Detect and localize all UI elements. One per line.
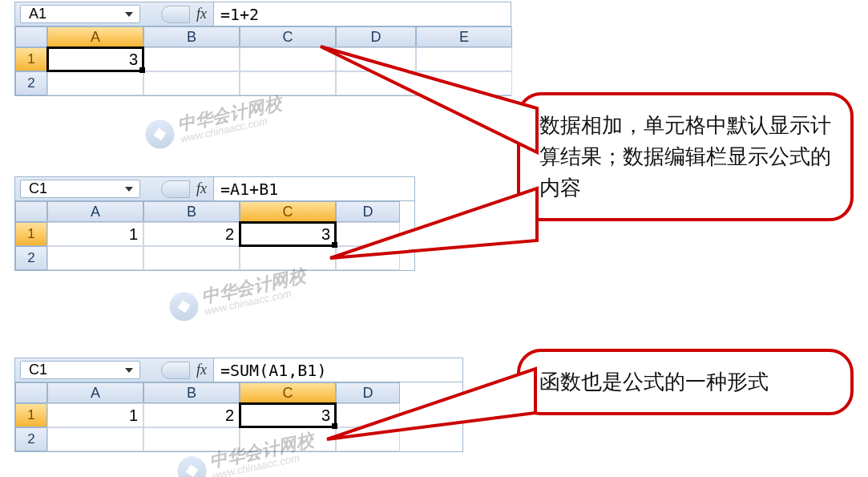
col-header-C[interactable]: C [240, 201, 336, 222]
cell-A1[interactable]: 1 [47, 222, 143, 246]
cell-E1[interactable] [416, 47, 512, 71]
cell-C2[interactable] [240, 71, 336, 95]
col-header-C[interactable]: C [240, 382, 336, 403]
col-header-D[interactable]: D [336, 201, 400, 222]
fx-area: fx [161, 358, 213, 382]
callout-text: 数据相加，单元格中默认显示计算结果；数据编辑栏显示公式的内容 [539, 113, 831, 200]
col-header-B[interactable]: B [143, 382, 240, 403]
watermark-en: www.chinaacc.com [212, 448, 317, 477]
spreadsheet-grid[interactable]: A B C D 1 1 2 3 2 [15, 201, 414, 270]
row-header-1[interactable]: 1 [15, 403, 47, 427]
col-header-A[interactable]: A [47, 382, 143, 403]
col-header-E[interactable]: E [416, 26, 512, 47]
formula-text: =SUM(A1,B1) [220, 361, 326, 380]
cell-A1[interactable]: 3 [47, 47, 143, 71]
col-header-C[interactable]: C [240, 26, 336, 47]
formula-bar: C1 fx =SUM(A1,B1) [15, 358, 462, 382]
excel-block-2: C1 fx =A1+B1 A B C D 1 1 2 3 2 [14, 176, 415, 271]
formula-input[interactable]: =SUM(A1,B1) [213, 358, 462, 382]
select-all-corner[interactable] [15, 382, 47, 403]
name-box-value: C1 [29, 362, 47, 378]
name-box[interactable]: C1 [20, 180, 140, 198]
cell-C1[interactable] [240, 47, 336, 71]
cell-D2[interactable] [336, 427, 400, 451]
watermark-logo-icon [175, 454, 209, 477]
watermark-en: www.chinaacc.com [204, 284, 309, 316]
cell-B1[interactable]: 2 [143, 403, 240, 427]
watermark: 中华会计网校www.chinaacc.com [167, 266, 309, 323]
cell-E2[interactable] [416, 71, 512, 95]
col-header-D[interactable]: D [336, 26, 416, 47]
cell-A2[interactable] [47, 71, 143, 95]
select-all-corner[interactable] [15, 26, 47, 47]
formula-input[interactable]: =1+2 [213, 2, 511, 26]
cell-C1[interactable]: 3 [240, 222, 336, 246]
name-box[interactable]: C1 [20, 361, 140, 379]
cell-A1[interactable]: 1 [47, 403, 143, 427]
select-all-corner[interactable] [15, 201, 47, 222]
col-header-A[interactable]: A [47, 201, 143, 222]
formula-text: =1+2 [220, 5, 259, 24]
cell-C2[interactable] [240, 246, 336, 270]
fx-bubble-icon [161, 362, 190, 379]
cell-D1[interactable] [336, 403, 400, 427]
cell-B1[interactable]: 2 [143, 222, 240, 246]
cell-A2[interactable] [47, 246, 143, 270]
cell-D1[interactable] [336, 47, 416, 71]
formula-bar: C1 fx =A1+B1 [15, 177, 414, 201]
cell-D1[interactable] [336, 222, 400, 246]
excel-block-3: C1 fx =SUM(A1,B1) A B C D 1 1 2 3 2 [14, 358, 463, 452]
watermark-cn: 中华会计网校 [200, 267, 307, 306]
col-header-B[interactable]: B [143, 26, 240, 47]
spreadsheet-grid[interactable]: A B C D E 1 3 2 [15, 26, 511, 95]
row-header-1[interactable]: 1 [15, 47, 47, 71]
formula-bar: A1 fx =1+2 [15, 2, 511, 26]
watermark-cn: 中华会计网校 [176, 95, 283, 134]
excel-block-1: A1 fx =1+2 A B C D E 1 3 2 [14, 2, 511, 96]
row-header-2[interactable]: 2 [15, 71, 47, 95]
fx-area: fx [161, 177, 213, 200]
row-header-2[interactable]: 2 [15, 246, 47, 270]
cell-A2[interactable] [47, 427, 143, 451]
cell-B2[interactable] [143, 427, 240, 451]
formula-input[interactable]: =A1+B1 [213, 177, 414, 200]
cell-D2[interactable] [336, 246, 400, 270]
watermark-logo-icon [167, 289, 201, 324]
spreadsheet-grid[interactable]: A B C D 1 1 2 3 2 [15, 382, 462, 451]
cell-D2[interactable] [336, 71, 416, 95]
cell-B2[interactable] [143, 246, 240, 270]
cell-C2[interactable] [240, 427, 336, 451]
callout-2: 函数也是公式的一种形式 [517, 349, 854, 415]
name-box-value: C1 [29, 180, 47, 197]
col-header-A[interactable]: A [47, 26, 143, 47]
fx-icon[interactable]: fx [190, 180, 213, 197]
cell-B1[interactable] [143, 47, 240, 71]
callout-text: 函数也是公式的一种形式 [539, 370, 769, 394]
watermark-en: www.chinaacc.com [180, 111, 285, 144]
col-header-B[interactable]: B [143, 201, 240, 222]
cell-B2[interactable] [143, 71, 240, 95]
cell-C1[interactable]: 3 [240, 403, 336, 427]
fx-icon[interactable]: fx [190, 362, 213, 378]
fx-icon[interactable]: fx [190, 6, 213, 22]
fx-bubble-icon [161, 180, 190, 198]
formula-text: =A1+B1 [220, 180, 278, 199]
name-box-value: A1 [29, 6, 46, 22]
row-header-2[interactable]: 2 [15, 427, 47, 451]
fx-area: fx [161, 2, 213, 26]
watermark: 中华会计网校www.chinaacc.com [143, 94, 285, 151]
row-header-1[interactable]: 1 [15, 222, 47, 246]
name-box[interactable]: A1 [20, 5, 140, 23]
watermark-logo-icon [143, 117, 177, 152]
callout-1: 数据相加，单元格中默认显示计算结果；数据编辑栏显示公式的内容 [517, 92, 854, 221]
fx-bubble-icon [161, 6, 190, 23]
col-header-D[interactable]: D [336, 382, 400, 403]
